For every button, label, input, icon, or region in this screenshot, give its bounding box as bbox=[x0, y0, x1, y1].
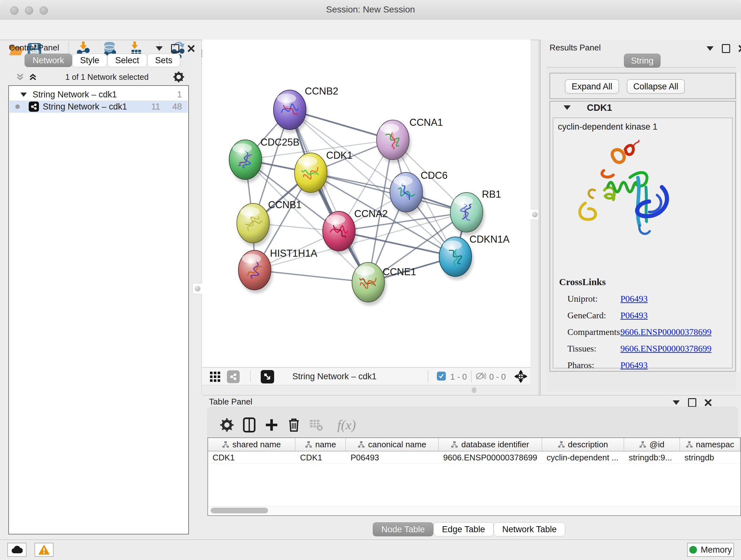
tab-network[interactable]: Network bbox=[24, 54, 72, 67]
panel-menu-icon[interactable] bbox=[673, 400, 680, 405]
hidden-eye-icon bbox=[475, 372, 486, 381]
tab-network-table[interactable]: Network Table bbox=[494, 522, 565, 537]
control-panel-title: Control Panel bbox=[9, 43, 59, 53]
toolbar-separator bbox=[250, 370, 251, 382]
close-panel-icon[interactable] bbox=[704, 399, 712, 406]
collapse-all-button[interactable]: Collapse All bbox=[627, 79, 685, 94]
gear-icon[interactable] bbox=[173, 71, 185, 83]
tab-node-table[interactable]: Node Table bbox=[373, 522, 433, 537]
crosslink-label: Compartments: bbox=[567, 327, 620, 337]
splitter-dot[interactable] bbox=[472, 387, 476, 393]
table-settings-button[interactable] bbox=[219, 417, 235, 433]
current-network-name: String Network – cdk1 bbox=[292, 372, 377, 381]
section-expander-icon[interactable] bbox=[563, 105, 570, 110]
node-CDC25B[interactable]: CDC25B bbox=[229, 137, 299, 183]
crosslink-row: Tissues:9606.ENSP00000378699 bbox=[567, 344, 727, 354]
expand-all-button[interactable]: Expand All bbox=[565, 79, 619, 94]
column-type-icon bbox=[639, 441, 646, 448]
float-panel-icon[interactable] bbox=[688, 398, 696, 407]
left-splitter-handle[interactable] bbox=[192, 283, 203, 294]
protein-structure-image bbox=[566, 139, 675, 245]
node-RB1[interactable]: RB1 bbox=[450, 189, 501, 236]
edge[interactable] bbox=[255, 212, 467, 270]
birds-eye-view-button[interactable] bbox=[261, 370, 274, 383]
table-body: CDK1CDK1P064939606.ENSP00000378699cyclin… bbox=[208, 451, 740, 464]
right-splitter-handle[interactable] bbox=[530, 209, 540, 220]
close-panel-icon[interactable] bbox=[738, 45, 741, 52]
column-header-shared-name[interactable]: shared name bbox=[208, 438, 295, 451]
network-view-toolbar: String Network – cdk1 1 - 0 0 - 0 bbox=[202, 367, 530, 385]
crosslink-link[interactable]: P06493 bbox=[620, 294, 648, 304]
results-panel: Results Panel String Expand All Collapse… bbox=[540, 40, 741, 395]
tab-edge-table[interactable]: Edge Table bbox=[433, 522, 494, 537]
collection-expander-icon[interactable] bbox=[20, 92, 27, 97]
network-view-icon[interactable] bbox=[227, 370, 240, 383]
node-label: CCNE1 bbox=[383, 266, 416, 277]
expand-collapse-box: Expand All Collapse All bbox=[549, 73, 736, 99]
cloud-status-button[interactable] bbox=[7, 543, 26, 557]
column-header-namespac[interactable]: namespac bbox=[680, 438, 740, 451]
network-collection-row[interactable]: String Network – cdk1 1 bbox=[10, 88, 188, 101]
table-cell: stringdb bbox=[680, 451, 740, 463]
tab-select[interactable]: Select bbox=[107, 54, 147, 67]
tab-string[interactable]: String bbox=[624, 54, 661, 68]
network-graph[interactable]: CCNB2CCNA1CDC25BCDK1CDC6RB1CCNB1CCNA2CDK… bbox=[202, 40, 530, 367]
column-header-description[interactable]: description bbox=[542, 438, 624, 451]
column-header-database-identifier[interactable]: database identifier bbox=[439, 438, 542, 451]
table-row[interactable]: CDK1CDK1P064939606.ENSP00000378699cyclin… bbox=[208, 451, 740, 464]
table-panel-title: Table Panel bbox=[209, 397, 253, 407]
show-columns-button[interactable] bbox=[241, 417, 258, 433]
network-canvas[interactable]: CCNB2CCNA1CDC25BCDK1CDC6RB1CCNB1CCNA2CDK… bbox=[202, 40, 530, 367]
column-label: name bbox=[315, 440, 336, 449]
panel-menu-icon[interactable] bbox=[706, 46, 714, 51]
toolbar-separator bbox=[471, 370, 472, 382]
expand-all-icon[interactable] bbox=[28, 72, 38, 82]
cloud-icon bbox=[11, 546, 23, 554]
table-horizontal-scrollbar[interactable] bbox=[209, 506, 740, 515]
column-header-name[interactable]: name bbox=[295, 438, 346, 451]
node-CCNE1[interactable]: CCNE1 bbox=[352, 262, 416, 306]
column-label: @id bbox=[650, 440, 664, 449]
function-builder-button[interactable]: f(x) bbox=[332, 417, 361, 433]
tab-sets[interactable]: Sets bbox=[147, 54, 180, 67]
results-scrollbar[interactable] bbox=[736, 73, 740, 372]
column-label: namespac bbox=[696, 440, 734, 449]
crosslink-link[interactable]: P06493 bbox=[620, 310, 648, 320]
node-CDC6[interactable]: CDC6 bbox=[390, 170, 448, 215]
node-CCNB2[interactable]: CCNB2 bbox=[273, 85, 338, 133]
panel-menu-icon[interactable] bbox=[156, 46, 163, 51]
pan-crosshair-icon[interactable] bbox=[515, 370, 527, 383]
crosslink-link[interactable]: 9606.ENSP00000378699 bbox=[620, 344, 711, 354]
close-panel-icon[interactable] bbox=[188, 45, 195, 52]
column-header--id[interactable]: @id bbox=[624, 438, 680, 451]
scrollbar-thumb[interactable] bbox=[211, 508, 268, 513]
delete-column-button[interactable] bbox=[286, 417, 302, 433]
node-label: CCNA2 bbox=[354, 208, 388, 219]
crosslinks-list: Uniprot:P06493GeneCard:P06493Compartment… bbox=[567, 291, 727, 377]
window-title: Session: New Session bbox=[0, 4, 741, 15]
tab-style[interactable]: Style bbox=[72, 54, 107, 67]
memory-button[interactable]: Memory bbox=[687, 543, 734, 557]
node-HIST1H1A[interactable]: HIST1H1A bbox=[239, 248, 317, 294]
column-type-icon bbox=[686, 441, 693, 448]
selected-checkbox[interactable] bbox=[437, 372, 446, 381]
crosslink-link[interactable]: P06493 bbox=[620, 360, 648, 370]
crosslink-row: Uniprot:P06493 bbox=[567, 294, 727, 304]
left-splitter[interactable] bbox=[201, 40, 202, 395]
crosslink-link[interactable]: 9606.ENSP00000378699 bbox=[620, 327, 711, 337]
node-CDKN1A[interactable]: CDKN1A bbox=[439, 234, 510, 280]
warnings-button[interactable] bbox=[35, 543, 54, 557]
network-row[interactable]: String Network – cdk1 11 48 bbox=[10, 101, 188, 113]
node-CDK1[interactable]: CDK1 bbox=[294, 150, 353, 196]
collapse-all-icon[interactable] bbox=[15, 72, 25, 82]
create-column-button[interactable] bbox=[263, 417, 280, 433]
node-CCNA2[interactable]: CCNA2 bbox=[323, 208, 388, 254]
delete-table-button[interactable] bbox=[308, 417, 325, 433]
grid-view-icon[interactable] bbox=[210, 371, 220, 382]
column-header-canonical-name[interactable]: canonical name bbox=[346, 438, 439, 451]
node-CCNB1[interactable]: CCNB1 bbox=[237, 199, 301, 246]
crosslink-row: GeneCard:P06493 bbox=[567, 310, 727, 320]
protein-detail-box: cyclin-dependent kinase 1 bbox=[553, 118, 733, 368]
float-panel-icon[interactable] bbox=[722, 44, 730, 53]
float-panel-icon[interactable] bbox=[171, 44, 179, 53]
